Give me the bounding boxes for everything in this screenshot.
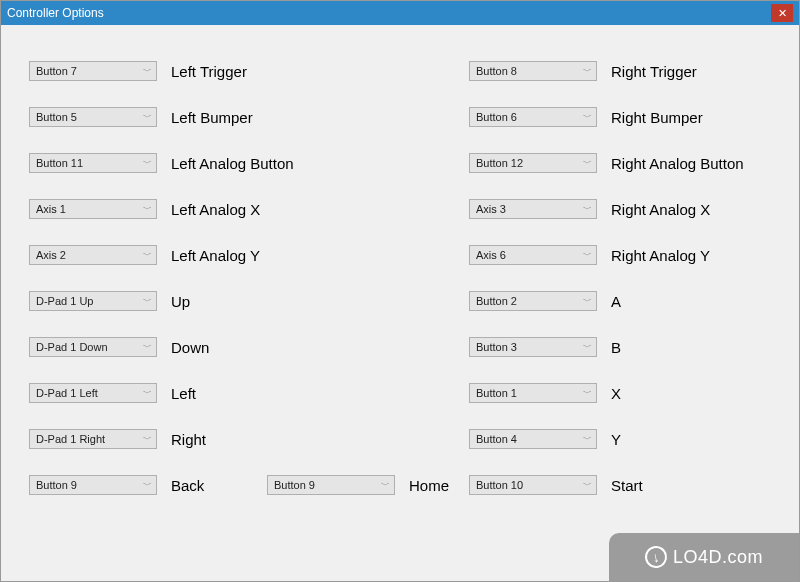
- chevron-down-icon: ﹀: [142, 111, 152, 124]
- left-analog-x-select[interactable]: Axis 1 ﹀: [29, 199, 157, 219]
- left-analog-y-label: Left Analog Y: [171, 247, 260, 264]
- chevron-down-icon: ﹀: [582, 65, 592, 78]
- dpad-down-select[interactable]: D-Pad 1 Down ﹀: [29, 337, 157, 357]
- select-value: D-Pad 1 Left: [36, 387, 142, 399]
- home-label: Home: [409, 477, 449, 494]
- chevron-down-icon: ﹀: [142, 157, 152, 170]
- chevron-down-icon: ﹀: [142, 433, 152, 446]
- left-analog-button-select[interactable]: Button 11 ﹀: [29, 153, 157, 173]
- watermark-text: LO4D.com: [673, 547, 763, 568]
- select-value: Button 10: [476, 479, 582, 491]
- home-select[interactable]: Button 9 ﹀: [267, 475, 395, 495]
- left-trigger-select[interactable]: Button 7 ﹀: [29, 61, 157, 81]
- x-button-select[interactable]: Button 1 ﹀: [469, 383, 597, 403]
- mapping-row: D-Pad 1 Left ﹀ Left Button 1 ﹀ X: [29, 383, 771, 403]
- chevron-down-icon: ﹀: [582, 111, 592, 124]
- select-value: Button 9: [36, 479, 142, 491]
- right-analog-x-select[interactable]: Axis 3 ﹀: [469, 199, 597, 219]
- select-value: Button 9: [274, 479, 380, 491]
- select-value: Button 11: [36, 157, 142, 169]
- select-value: Button 4: [476, 433, 582, 445]
- right-analog-y-label: Right Analog Y: [611, 247, 710, 264]
- left-analog-x-label: Left Analog X: [171, 201, 260, 218]
- select-value: Button 7: [36, 65, 142, 77]
- select-value: Button 3: [476, 341, 582, 353]
- dpad-up-select[interactable]: D-Pad 1 Up ﹀: [29, 291, 157, 311]
- chevron-down-icon: ﹀: [582, 157, 592, 170]
- select-value: D-Pad 1 Down: [36, 341, 142, 353]
- chevron-down-icon: ﹀: [582, 203, 592, 216]
- chevron-down-icon: ﹀: [142, 479, 152, 492]
- right-analog-x-label: Right Analog X: [611, 201, 710, 218]
- b-button-select[interactable]: Button 3 ﹀: [469, 337, 597, 357]
- back-label: Back: [171, 477, 204, 494]
- select-value: Button 1: [476, 387, 582, 399]
- left-bumper-label: Left Bumper: [171, 109, 253, 126]
- watermark: ↓ LO4D.com: [609, 533, 799, 581]
- close-icon: ✕: [778, 8, 787, 19]
- left-bumper-select[interactable]: Button 5 ﹀: [29, 107, 157, 127]
- start-select[interactable]: Button 10 ﹀: [469, 475, 597, 495]
- close-button[interactable]: ✕: [771, 4, 793, 22]
- right-analog-y-select[interactable]: Axis 6 ﹀: [469, 245, 597, 265]
- mapping-row: D-Pad 1 Down ﹀ Down Button 3 ﹀ B: [29, 337, 771, 357]
- right-bumper-select[interactable]: Button 6 ﹀: [469, 107, 597, 127]
- chevron-down-icon: ﹀: [142, 203, 152, 216]
- start-label: Start: [611, 477, 643, 494]
- select-value: Button 12: [476, 157, 582, 169]
- right-analog-button-label: Right Analog Button: [611, 155, 744, 172]
- chevron-down-icon: ﹀: [142, 249, 152, 262]
- chevron-down-icon: ﹀: [582, 295, 592, 308]
- download-icon: ↓: [643, 544, 669, 570]
- chevron-down-icon: ﹀: [142, 65, 152, 78]
- select-value: Button 8: [476, 65, 582, 77]
- select-value: Button 2: [476, 295, 582, 307]
- select-value: D-Pad 1 Up: [36, 295, 142, 307]
- bottom-row: Button 9 ﹀ Back Button 9 ﹀ Home Button 1…: [29, 475, 771, 495]
- b-button-label: B: [611, 339, 621, 356]
- dpad-left-select[interactable]: D-Pad 1 Left ﹀: [29, 383, 157, 403]
- mapping-row: Axis 1 ﹀ Left Analog X Axis 3 ﹀ Right An…: [29, 199, 771, 219]
- select-value: D-Pad 1 Right: [36, 433, 142, 445]
- left-analog-y-select[interactable]: Axis 2 ﹀: [29, 245, 157, 265]
- right-analog-button-select[interactable]: Button 12 ﹀: [469, 153, 597, 173]
- chevron-down-icon: ﹀: [582, 249, 592, 262]
- back-select[interactable]: Button 9 ﹀: [29, 475, 157, 495]
- mapping-row: Axis 2 ﹀ Left Analog Y Axis 6 ﹀ Right An…: [29, 245, 771, 265]
- content-area: Button 7 ﹀ Left Trigger Button 8 ﹀ Right…: [1, 25, 799, 581]
- mapping-row: Button 7 ﹀ Left Trigger Button 8 ﹀ Right…: [29, 61, 771, 81]
- right-bumper-label: Right Bumper: [611, 109, 703, 126]
- chevron-down-icon: ﹀: [582, 433, 592, 446]
- select-value: Axis 3: [476, 203, 582, 215]
- chevron-down-icon: ﹀: [380, 479, 390, 492]
- select-value: Button 5: [36, 111, 142, 123]
- dpad-right-select[interactable]: D-Pad 1 Right ﹀: [29, 429, 157, 449]
- left-analog-button-label: Left Analog Button: [171, 155, 294, 172]
- dpad-down-label: Down: [171, 339, 209, 356]
- dpad-left-label: Left: [171, 385, 196, 402]
- mapping-row: Button 5 ﹀ Left Bumper Button 6 ﹀ Right …: [29, 107, 771, 127]
- chevron-down-icon: ﹀: [142, 387, 152, 400]
- y-button-label: Y: [611, 431, 621, 448]
- right-trigger-select[interactable]: Button 8 ﹀: [469, 61, 597, 81]
- right-trigger-label: Right Trigger: [611, 63, 697, 80]
- a-button-select[interactable]: Button 2 ﹀: [469, 291, 597, 311]
- chevron-down-icon: ﹀: [582, 341, 592, 354]
- chevron-down-icon: ﹀: [142, 341, 152, 354]
- select-value: Axis 2: [36, 249, 142, 261]
- titlebar: Controller Options ✕: [1, 1, 799, 25]
- mapping-row: D-Pad 1 Up ﹀ Up Button 2 ﹀ A: [29, 291, 771, 311]
- dpad-right-label: Right: [171, 431, 206, 448]
- select-value: Axis 6: [476, 249, 582, 261]
- a-button-label: A: [611, 293, 621, 310]
- select-value: Axis 1: [36, 203, 142, 215]
- y-button-select[interactable]: Button 4 ﹀: [469, 429, 597, 449]
- chevron-down-icon: ﹀: [582, 479, 592, 492]
- select-value: Button 6: [476, 111, 582, 123]
- dpad-up-label: Up: [171, 293, 190, 310]
- left-trigger-label: Left Trigger: [171, 63, 247, 80]
- chevron-down-icon: ﹀: [142, 295, 152, 308]
- chevron-down-icon: ﹀: [582, 387, 592, 400]
- mapping-row: Button 11 ﹀ Left Analog Button Button 12…: [29, 153, 771, 173]
- x-button-label: X: [611, 385, 621, 402]
